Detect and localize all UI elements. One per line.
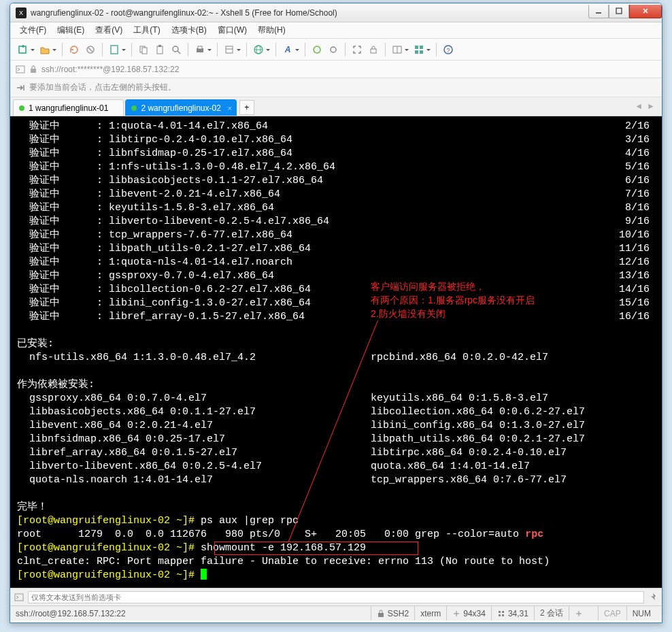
print-icon[interactable] bbox=[192, 42, 207, 57]
menu-help[interactable]: 帮助(H) bbox=[254, 23, 290, 37]
sendbar bbox=[10, 588, 662, 605]
add-session-arrow-icon[interactable] bbox=[16, 83, 25, 93]
svg-rect-7 bbox=[142, 48, 147, 54]
tile-icon[interactable] bbox=[411, 42, 426, 57]
svg-point-10 bbox=[173, 46, 178, 52]
profile-icon[interactable] bbox=[107, 42, 122, 57]
script-icon[interactable] bbox=[309, 42, 324, 57]
svg-rect-23 bbox=[420, 46, 423, 49]
tab-label: 1 wangrufienglinux-01 bbox=[29, 103, 108, 113]
separator bbox=[62, 43, 63, 56]
separator bbox=[305, 43, 305, 56]
separator bbox=[217, 43, 218, 56]
layout-icon[interactable] bbox=[390, 42, 405, 57]
globe-icon[interactable] bbox=[251, 42, 266, 57]
svg-rect-31 bbox=[15, 594, 23, 601]
minimize-button[interactable] bbox=[588, 5, 609, 18]
fullscreen-icon[interactable] bbox=[350, 42, 365, 57]
status-size: 94x34 bbox=[446, 606, 491, 620]
status-pos: 34,31 bbox=[491, 606, 534, 620]
menu-window[interactable]: 窗口(W) bbox=[214, 23, 251, 37]
separator bbox=[131, 43, 132, 56]
copy-icon[interactable] bbox=[136, 42, 151, 57]
svg-rect-33 bbox=[499, 611, 501, 613]
svg-rect-14 bbox=[226, 46, 233, 53]
tab-label: 2 wangrufienglinux-02 bbox=[141, 103, 220, 113]
menu-file[interactable]: 文件(F) bbox=[16, 23, 50, 37]
svg-rect-36 bbox=[502, 614, 504, 616]
paste-icon[interactable] bbox=[152, 42, 167, 57]
quick-command-icon[interactable] bbox=[16, 65, 25, 74]
tab-prev-icon[interactable]: ◄ bbox=[633, 101, 644, 111]
svg-rect-8 bbox=[157, 46, 163, 54]
svg-rect-22 bbox=[415, 46, 418, 49]
separator bbox=[188, 43, 188, 56]
hint-text: 要添加当前会话，点击左侧的箭头按钮。 bbox=[29, 82, 176, 93]
tab-session-2[interactable]: 2 wangrufienglinux-02 × bbox=[125, 99, 236, 116]
new-session-icon[interactable] bbox=[16, 42, 31, 57]
svg-line-11 bbox=[178, 51, 180, 54]
disconnect-icon[interactable] bbox=[83, 42, 98, 57]
status-ssh: SSH2 bbox=[371, 606, 414, 620]
svg-line-4 bbox=[88, 48, 93, 52]
menu-view[interactable]: 查看(V) bbox=[91, 23, 127, 37]
svg-rect-1 bbox=[616, 8, 622, 14]
svg-rect-35 bbox=[499, 614, 501, 616]
hintbar: 要添加当前会话，点击左侧的箭头按钮。 bbox=[10, 78, 662, 97]
svg-rect-25 bbox=[420, 50, 423, 54]
status-sessions: 2 会话 bbox=[534, 606, 569, 620]
separator bbox=[246, 43, 247, 56]
properties-icon[interactable] bbox=[222, 42, 237, 57]
svg-rect-34 bbox=[502, 611, 504, 613]
menubar: 文件(F) 编辑(E) 查看(V) 工具(T) 选项卡(B) 窗口(W) 帮助(… bbox=[10, 22, 662, 39]
status-extra bbox=[569, 606, 598, 620]
help-icon[interactable]: ? bbox=[441, 42, 456, 57]
toolbar: A ? bbox=[10, 39, 662, 61]
tabbar: 1 wangrufienglinux-01 2 wangrufienglinux… bbox=[10, 97, 662, 116]
tab-next-icon[interactable]: ► bbox=[645, 101, 656, 111]
close-tab-icon[interactable]: × bbox=[227, 104, 231, 112]
add-tab-button[interactable]: + bbox=[239, 100, 254, 115]
svg-rect-24 bbox=[415, 50, 418, 54]
menu-edit[interactable]: 编辑(E) bbox=[53, 23, 88, 37]
svg-rect-2 bbox=[19, 46, 26, 53]
svg-rect-19 bbox=[371, 49, 376, 53]
status-connection: ssh://root@192.168.57.132:22 bbox=[16, 609, 371, 618]
svg-rect-9 bbox=[158, 45, 161, 47]
status-cap: CAP bbox=[598, 606, 626, 620]
status-num: NUM bbox=[626, 606, 656, 620]
separator bbox=[345, 43, 346, 56]
font-icon[interactable]: A bbox=[280, 42, 295, 57]
svg-rect-29 bbox=[31, 69, 36, 73]
send-toggle-icon[interactable] bbox=[14, 593, 24, 602]
find-icon[interactable] bbox=[169, 42, 184, 57]
open-icon[interactable] bbox=[37, 42, 52, 57]
tab-nav: ◄ ► bbox=[633, 101, 656, 111]
window-controls bbox=[588, 5, 662, 18]
svg-rect-28 bbox=[16, 66, 24, 73]
reconnect-icon[interactable] bbox=[67, 42, 82, 57]
send-input[interactable] bbox=[28, 591, 644, 603]
menu-tabs[interactable]: 选项卡(B) bbox=[167, 23, 211, 37]
window-title: wangrufienglinux-02 - root@wangruifengli… bbox=[31, 8, 588, 18]
separator bbox=[385, 43, 386, 56]
status-term: xterm bbox=[414, 606, 446, 620]
pin-icon[interactable] bbox=[648, 593, 658, 602]
menu-tools[interactable]: 工具(T) bbox=[129, 23, 164, 37]
app-icon: X bbox=[16, 7, 27, 18]
sync-icon[interactable] bbox=[326, 42, 341, 57]
separator bbox=[102, 43, 103, 56]
ssl-lock-icon bbox=[29, 65, 37, 73]
svg-text:?: ? bbox=[446, 47, 450, 54]
statusbar: ssh://root@192.168.57.132:22 SSH2 xterm … bbox=[10, 605, 662, 620]
svg-rect-32 bbox=[378, 613, 384, 617]
app-window: X wangrufienglinux-02 - root@wangruifeng… bbox=[10, 3, 662, 623]
tab-session-1[interactable]: 1 wangrufienglinux-01 bbox=[13, 99, 124, 116]
close-button[interactable] bbox=[629, 5, 662, 18]
address-text[interactable]: ssh://root:********@192.168.57.132:22 bbox=[41, 65, 179, 74]
maximize-button[interactable] bbox=[609, 5, 629, 18]
svg-rect-13 bbox=[198, 46, 202, 49]
lock-icon[interactable] bbox=[366, 42, 381, 57]
terminal[interactable]: 验证中 : 1:quota-4.01-14.el7.x86_642/16 验证中… bbox=[10, 116, 662, 588]
terminal-cursor bbox=[201, 569, 207, 580]
